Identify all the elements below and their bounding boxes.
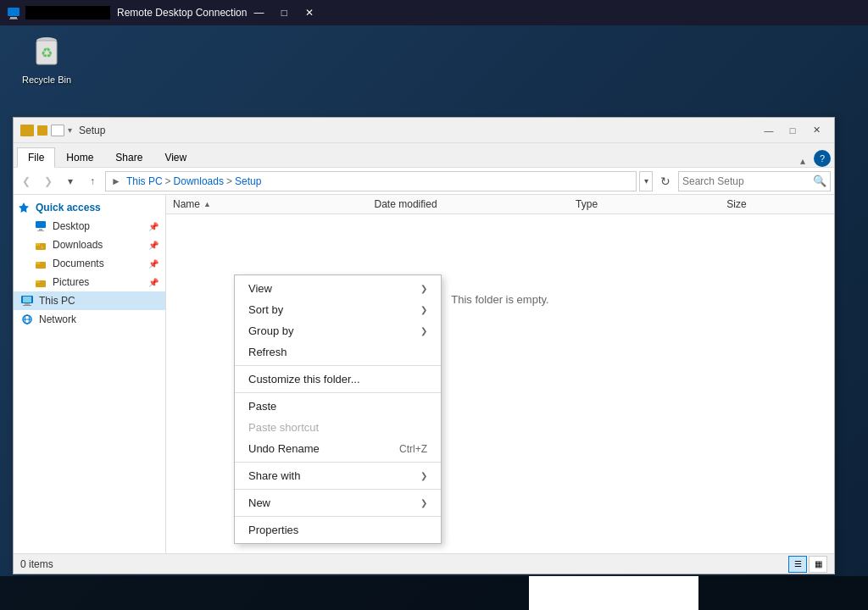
- address-bar: ❮ ❯ ▾ ↑ ► This PC > Downloads > Setup ▾ …: [14, 168, 834, 195]
- explorer-window: ▾ Setup — □ ✕ File Home Share View ▴ ? ❮…: [13, 117, 835, 574]
- explorer-minimize-button[interactable]: —: [758, 122, 780, 139]
- column-size-header[interactable]: Size: [726, 198, 827, 210]
- svg-rect-19: [23, 297, 31, 302]
- ctx-sort-by-arrow: ❯: [420, 305, 427, 314]
- column-type-header[interactable]: Type: [576, 198, 726, 210]
- rdp-title-text: Remote Desktop Connection: [117, 7, 247, 19]
- address-refresh-button[interactable]: ↻: [656, 172, 675, 191]
- explorer-window-title: Setup: [79, 125, 758, 136]
- empty-message-text: This folder is empty.: [451, 293, 548, 306]
- desktop-pin-icon: 📌: [148, 222, 159, 231]
- ctx-refresh[interactable]: Refresh: [235, 341, 441, 363]
- ctx-group-by[interactable]: Group by ❯: [235, 320, 441, 341]
- sidebar-item-quick-access[interactable]: Quick access: [14, 198, 165, 217]
- explorer-maximize-button[interactable]: □: [782, 122, 804, 139]
- view-toggle-buttons: ☰ ▦: [788, 556, 827, 573]
- svg-rect-8: [36, 221, 46, 228]
- details-view-button[interactable]: ☰: [788, 556, 807, 573]
- search-submit-button[interactable]: 🔍: [813, 175, 826, 187]
- explorer-window-controls: — □ ✕: [758, 122, 827, 139]
- rdp-maximize-button[interactable]: □: [272, 3, 296, 22]
- svg-marker-7: [19, 202, 29, 213]
- dropdown-history-button[interactable]: ▾: [61, 172, 80, 191]
- ctx-view[interactable]: View ❯: [235, 278, 441, 299]
- ctx-separator-4: [235, 489, 441, 490]
- ctx-paste[interactable]: Paste: [235, 396, 441, 417]
- tab-view[interactable]: View: [153, 147, 198, 167]
- recycle-bin[interactable]: ♻ Recycle Bin: [17, 34, 76, 85]
- search-box[interactable]: 🔍: [678, 171, 831, 191]
- rdp-window-icon: [7, 6, 20, 19]
- explorer-titlebar: ▾ Setup — □ ✕: [14, 118, 834, 143]
- ctx-share-with-arrow: ❯: [420, 471, 427, 480]
- ribbon-help-button[interactable]: ?: [814, 150, 831, 167]
- svg-rect-9: [39, 229, 42, 230]
- svg-rect-2: [9, 19, 18, 19]
- ribbon-collapse-chevron[interactable]: ▴: [795, 155, 810, 167]
- ctx-new[interactable]: New ❯: [235, 492, 441, 513]
- rdp-close-button[interactable]: ✕: [298, 3, 321, 22]
- sort-arrow-icon: ▲: [203, 200, 211, 208]
- ctx-customize[interactable]: Customize this folder...: [235, 369, 441, 390]
- column-type-label: Type: [576, 198, 598, 210]
- column-headers: Name ▲ Date modified Type Size: [166, 195, 834, 214]
- tab-share[interactable]: Share: [104, 147, 153, 167]
- taskbar-white-area: [529, 576, 698, 610]
- large-icons-view-button[interactable]: ▦: [809, 556, 827, 573]
- up-button[interactable]: ↑: [83, 172, 102, 191]
- recycle-bin-icon: ♻: [30, 34, 64, 71]
- explorer-close-button[interactable]: ✕: [805, 122, 827, 139]
- sidebar-item-pictures[interactable]: Pictures 📌: [14, 273, 165, 291]
- tab-file[interactable]: File: [17, 147, 55, 168]
- network-label: Network: [39, 313, 76, 325]
- path-setup[interactable]: Setup: [235, 175, 261, 187]
- path-arrow: ►: [111, 175, 121, 187]
- ctx-sort-by[interactable]: Sort by ❯: [235, 299, 441, 320]
- rdp-window-controls: — □ ✕: [247, 3, 321, 22]
- rdp-minimize-button[interactable]: —: [247, 3, 270, 22]
- sidebar-item-downloads[interactable]: ↓ Downloads 📌: [14, 236, 165, 254]
- tab-home[interactable]: Home: [55, 147, 104, 167]
- back-button[interactable]: ❮: [17, 172, 36, 191]
- search-input[interactable]: [682, 175, 813, 187]
- pictures-pin-icon: 📌: [148, 278, 159, 287]
- this-pc-label: This PC: [39, 295, 75, 307]
- ctx-share-with[interactable]: Share with ❯: [235, 465, 441, 486]
- address-path[interactable]: ► This PC > Downloads > Setup: [105, 171, 637, 191]
- rdp-titlebar: Remote Desktop Connection — □ ✕: [0, 0, 868, 25]
- taskbar: [0, 576, 868, 610]
- ctx-properties-label: Properties: [248, 524, 298, 536]
- title-dropdown-arrow[interactable]: ▾: [68, 125, 72, 135]
- sidebar-item-this-pc[interactable]: This PC: [14, 291, 165, 310]
- ctx-separator-2: [235, 392, 441, 393]
- path-downloads[interactable]: Downloads: [174, 175, 224, 187]
- column-name-header[interactable]: Name ▲: [173, 198, 375, 210]
- downloads-icon: ↓: [34, 238, 47, 252]
- address-chevron[interactable]: ▾: [639, 171, 653, 191]
- ctx-undo-rename-label: Undo Rename: [248, 442, 320, 455]
- documents-icon: [34, 257, 47, 270]
- explorer-title-icons: ▾: [20, 125, 72, 136]
- svg-rect-10: [37, 230, 44, 231]
- forward-button[interactable]: ❯: [39, 172, 58, 191]
- documents-label: Documents: [53, 258, 104, 269]
- ctx-refresh-label: Refresh: [248, 346, 287, 358]
- column-name-label: Name: [173, 198, 200, 210]
- network-icon: [20, 313, 34, 326]
- column-date-header[interactable]: Date modified: [375, 198, 576, 210]
- ctx-properties[interactable]: Properties: [235, 519, 441, 541]
- desktop-label: Desktop: [53, 220, 90, 232]
- sidebar-item-documents[interactable]: Documents 📌: [14, 254, 165, 273]
- svg-rect-21: [23, 305, 31, 306]
- documents-pin-icon: 📌: [148, 259, 159, 269]
- ctx-undo-rename[interactable]: Undo Rename Ctrl+Z: [235, 438, 441, 459]
- sidebar-item-desktop[interactable]: Desktop 📌: [14, 217, 165, 236]
- ctx-view-label: View: [248, 282, 272, 295]
- svg-rect-17: [36, 280, 40, 283]
- ctx-share-with-label: Share with: [248, 469, 300, 482]
- column-date-label: Date modified: [375, 198, 437, 210]
- path-this-pc[interactable]: This PC: [126, 175, 163, 187]
- ctx-new-arrow: ❯: [420, 498, 427, 507]
- folder-icon-small: [37, 125, 47, 136]
- sidebar-item-network[interactable]: Network: [14, 310, 165, 329]
